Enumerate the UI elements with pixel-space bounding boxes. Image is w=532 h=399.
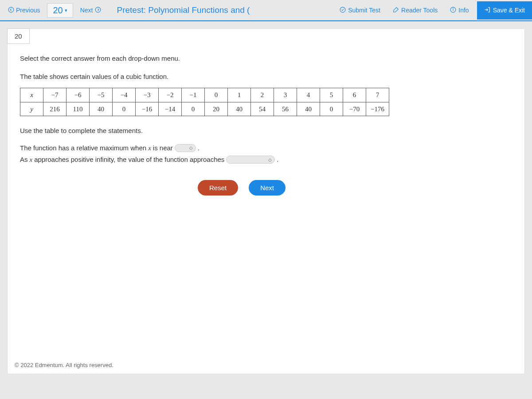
stmt1-b: is near <box>153 143 173 153</box>
reader-tools-label: Reader Tools <box>401 7 438 14</box>
cell: 2 <box>251 88 274 102</box>
info-label: Info <box>458 7 469 14</box>
info-icon <box>450 7 456 14</box>
previous-button[interactable]: Previous <box>4 4 44 17</box>
stmt2-var: x <box>30 155 33 165</box>
question-tab: 20 <box>7 28 30 44</box>
cell: 216 <box>43 102 66 116</box>
topbar: Previous 20 ▾ Next Pretest: Polynomial F… <box>0 0 532 21</box>
updown-icon: ◇ <box>189 145 193 151</box>
check-circle-icon <box>340 7 346 14</box>
dropdown-relative-max[interactable]: ◇ <box>175 144 196 152</box>
cell: 3 <box>274 88 297 102</box>
cell: −3 <box>136 88 159 102</box>
submit-test-button[interactable]: Submit Test <box>335 4 385 17</box>
table-row-x: x −7 −6 −5 −4 −3 −2 −1 0 1 2 3 4 5 6 7 <box>20 88 389 102</box>
table-row-y: y 216 110 40 0 −16 −14 0 20 40 54 56 40 … <box>20 102 389 116</box>
cell: 110 <box>66 102 90 116</box>
cell: 40 <box>90 102 113 116</box>
cell: 0 <box>205 88 228 102</box>
next-button[interactable]: Next <box>249 180 286 196</box>
save-exit-label: Save & Exit <box>493 7 525 14</box>
question-body: Select the correct answer from each drop… <box>8 29 524 204</box>
exit-icon <box>484 7 490 14</box>
cell: 6 <box>343 88 366 102</box>
cell: −1 <box>182 88 205 102</box>
statement-1: The function has a relative maximum when… <box>20 143 512 153</box>
stmt1-a: The function has a relative maximum when <box>20 143 146 153</box>
cell: −14 <box>159 102 182 116</box>
dropdown-end-behavior[interactable]: ◇ <box>226 156 275 164</box>
row-x-label: x <box>20 88 43 102</box>
table-intro: The table shows certain values of a cubi… <box>20 72 512 82</box>
svg-point-0 <box>8 7 14 12</box>
info-button[interactable]: Info <box>446 4 473 17</box>
submit-label: Submit Test <box>348 7 380 14</box>
question-selector[interactable]: 20 ▾ <box>47 3 73 18</box>
copyright-footer: © 2022 Edmentum. All rights reserved. <box>15 362 113 368</box>
arrow-right-icon <box>95 7 101 14</box>
svg-point-5 <box>453 8 454 8</box>
arrow-left-icon <box>8 7 14 14</box>
svg-point-1 <box>95 7 101 12</box>
cell: 7 <box>366 88 389 102</box>
cell: 20 <box>205 102 228 116</box>
button-row: Reset Next <box>188 180 295 196</box>
cell: −16 <box>136 102 159 116</box>
use-table-text: Use the table to complete the statements… <box>20 126 512 136</box>
instruction-text: Select the correct answer from each drop… <box>20 54 512 64</box>
next-label: Next <box>80 7 93 14</box>
cell: −5 <box>90 88 113 102</box>
reader-tools-button[interactable]: Reader Tools <box>388 4 442 17</box>
question-number: 20 <box>53 5 63 16</box>
stmt2-b: approaches positive infinity, the value … <box>34 155 224 165</box>
cell: −70 <box>343 102 366 116</box>
stmt2-a: As <box>20 155 28 165</box>
cell: 5 <box>320 88 343 102</box>
data-table: x −7 −6 −5 −4 −3 −2 −1 0 1 2 3 4 5 6 7 <box>20 88 389 116</box>
cell: 0 <box>113 102 136 116</box>
cell: 40 <box>297 102 320 116</box>
row-y-label: y <box>20 102 43 116</box>
cell: −176 <box>366 102 389 116</box>
topbar-right: Submit Test Reader Tools Info Save & Exi… <box>335 1 528 20</box>
stmt2-period: . <box>277 155 278 165</box>
cell: 0 <box>182 102 205 116</box>
save-exit-button[interactable]: Save & Exit <box>477 1 532 20</box>
tools-icon <box>393 7 399 14</box>
cell: −7 <box>43 88 66 102</box>
cell: −2 <box>159 88 182 102</box>
cell: 40 <box>228 102 251 116</box>
cell: 4 <box>297 88 320 102</box>
test-title: Pretest: Polynomial Functions and ( <box>117 5 250 15</box>
previous-label: Previous <box>16 7 40 14</box>
cell: 0 <box>320 102 343 116</box>
cell: 54 <box>251 102 274 116</box>
app-frame: Previous 20 ▾ Next Pretest: Polynomial F… <box>0 0 532 399</box>
stmt1-var: x <box>148 143 151 153</box>
cell: −6 <box>66 88 90 102</box>
question-card: 20 Select the correct answer from each d… <box>7 28 525 374</box>
cell: 1 <box>228 88 251 102</box>
updown-icon: ◇ <box>268 156 272 163</box>
statement-2: As x approaches positive infinity, the v… <box>20 155 512 165</box>
reset-button[interactable]: Reset <box>198 180 238 196</box>
next-nav-button[interactable]: Next <box>76 4 106 17</box>
cell: −4 <box>113 88 136 102</box>
cell: 56 <box>274 102 297 116</box>
stmt1-period: . <box>198 143 200 153</box>
chevron-down-icon: ▾ <box>65 8 67 13</box>
svg-point-2 <box>340 7 345 12</box>
